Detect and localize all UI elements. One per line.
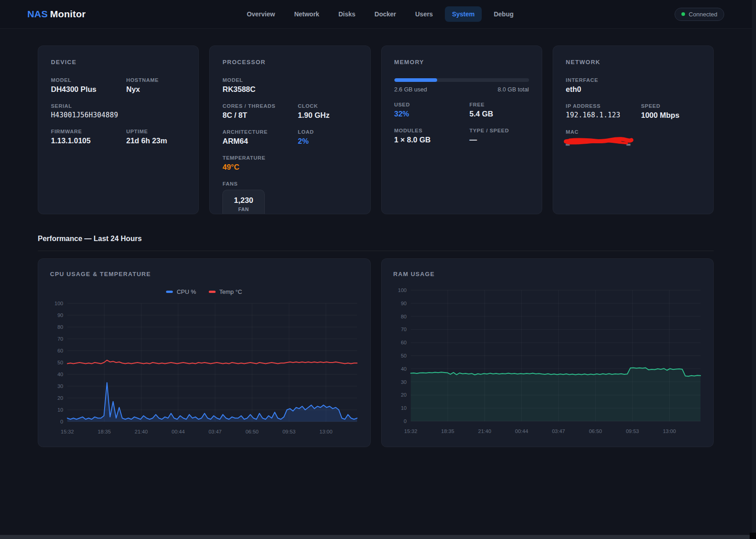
nav-item-disks[interactable]: Disks: [331, 6, 363, 22]
field-label: IP ADDRESS: [566, 103, 635, 109]
field-interface: INTERFACEeth0: [566, 77, 701, 94]
field-hostname: HOSTNAMENyx: [126, 77, 186, 94]
svg-text:09:53: 09:53: [282, 429, 296, 434]
field-label: TEMPERATURE: [222, 155, 357, 161]
nav-item-docker[interactable]: Docker: [367, 6, 403, 22]
field-value: 5.4 GB: [469, 110, 529, 118]
field-value: 1 × 8.0 GB: [394, 136, 464, 144]
network-card-title: NETWORK: [566, 59, 701, 65]
field-label: USED: [394, 102, 464, 107]
ram-chart: 010203040506070809010015:3218:3521:4000:…: [393, 284, 702, 438]
ram-chart-svg: 010203040506070809010015:3218:3521:4000:…: [393, 284, 702, 437]
performance-heading: Performance — Last 24 Hours: [38, 235, 714, 243]
field-ip-address: IP ADDRESS192.168.1.123: [566, 103, 635, 120]
field-value: 2%: [298, 137, 358, 146]
field-mac: MAC▂▂: [566, 129, 701, 146]
field-temperature: TEMPERATURE49°C: [222, 155, 357, 171]
field-free: FREE5.4 GB: [469, 102, 529, 118]
svg-text:18:35: 18:35: [98, 429, 111, 434]
app-logo: NASMonitor: [27, 9, 86, 20]
cpu-chart-title: CPU USAGE & TEMPERATURE: [50, 271, 358, 277]
nav-item-network[interactable]: Network: [287, 6, 327, 22]
svg-text:40: 40: [57, 372, 63, 377]
field-value: eth0: [566, 85, 701, 94]
field-value: 1.13.1.0105: [51, 136, 121, 145]
svg-text:30: 30: [401, 379, 407, 385]
svg-text:30: 30: [57, 383, 63, 389]
nav-item-system[interactable]: System: [445, 6, 482, 22]
field-fans: FANS1,230FAN: [222, 181, 357, 214]
field-value: 192.168.1.123: [566, 111, 635, 119]
field-label: MAC: [566, 129, 701, 135]
svg-text:13:00: 13:00: [663, 428, 676, 434]
field-value: 8C / 8T: [222, 111, 292, 120]
field-firmware: FIRMWARE1.13.1.0105: [51, 129, 121, 145]
card-memory: MEMORY2.6 GB used8.0 GB totalUSED32%FREE…: [381, 45, 542, 214]
field-label: INTERFACE: [566, 77, 701, 83]
field-label: CLOCK: [298, 103, 358, 109]
card-network: NETWORKINTERFACEeth0IP ADDRESS192.168.1.…: [553, 45, 714, 214]
main-nav: OverviewNetworkDisksDockerUsersSystemDeb…: [86, 6, 675, 22]
svg-text:13:00: 13:00: [319, 429, 333, 434]
svg-text:21:40: 21:40: [135, 429, 148, 434]
field-label: HOSTNAME: [126, 77, 186, 83]
nav-item-users[interactable]: Users: [408, 6, 440, 22]
svg-text:10: 10: [57, 407, 63, 413]
field-label: UPTIME: [126, 129, 186, 134]
svg-text:80: 80: [401, 314, 407, 319]
svg-text:03:47: 03:47: [208, 429, 222, 434]
status-dot-icon: [681, 12, 685, 16]
main-content: DEVICEMODELDH4300 PlusHOSTNAMENyxSERIALH…: [0, 29, 756, 447]
svg-text:00:44: 00:44: [171, 429, 185, 434]
scrollbar-corner: [750, 533, 756, 539]
svg-text:10: 10: [401, 405, 407, 411]
fan-caption: FAN: [234, 207, 253, 212]
svg-text:15:32: 15:32: [404, 428, 417, 434]
svg-text:40: 40: [401, 366, 407, 372]
svg-text:80: 80: [57, 324, 63, 330]
field-label: MODULES: [394, 128, 464, 133]
field-label: LOAD: [298, 129, 358, 135]
field-modules: MODULES1 × 8.0 GB: [394, 128, 464, 144]
field-used: USED32%: [394, 102, 464, 118]
nav-item-overview[interactable]: Overview: [239, 6, 282, 22]
cpu-chart: 010203040506070809010015:3218:3521:4000:…: [50, 297, 358, 439]
field-value: ARM64: [222, 137, 292, 146]
device-card-title: DEVICE: [51, 59, 186, 65]
card-device: DEVICEMODELDH4300 PlusHOSTNAMENyxSERIALH…: [38, 45, 199, 214]
svg-text:50: 50: [401, 353, 407, 358]
network-fields: INTERFACEeth0IP ADDRESS192.168.1.123SPEE…: [566, 77, 701, 156]
svg-text:18:35: 18:35: [441, 428, 454, 434]
brand-primary: NAS: [27, 9, 48, 19]
legend-swatch-icon: [209, 291, 216, 293]
legend-item-cpu-: CPU %: [166, 288, 196, 295]
memory-used-caption: 2.6 GB used: [394, 86, 427, 93]
svg-text:90: 90: [401, 301, 407, 306]
header: NASMonitor OverviewNetworkDisksDockerUse…: [0, 0, 756, 29]
svg-text:00:44: 00:44: [515, 428, 528, 434]
field-value: 21d 6h 23m: [126, 136, 186, 145]
field-label: FANS: [222, 181, 357, 186]
memory-card-title: MEMORY: [394, 59, 529, 65]
vertical-scrollbar-track[interactable]: [752, 0, 756, 539]
brand-secondary: Monitor: [50, 9, 86, 19]
legend-label: CPU %: [176, 288, 196, 295]
field-label: SPEED: [641, 103, 701, 109]
nav-item-debug[interactable]: Debug: [486, 6, 521, 22]
memory-total-caption: 8.0 GB total: [498, 86, 529, 93]
card-processor: PROCESSORMODELRK3588CCORES / THREADS8C /…: [209, 45, 370, 214]
legend-label: Temp °C: [219, 288, 242, 295]
ram-chart-card: RAM USAGE 010203040506070809010015:3218:…: [381, 258, 714, 447]
cpu-chart-legend: CPU %Temp °C: [50, 288, 358, 295]
field-value: 32%: [394, 110, 464, 118]
field-value: Nyx: [126, 85, 186, 94]
device-fields: MODELDH4300 PlusHOSTNAMENyxSERIALH43001J…: [51, 77, 186, 155]
charts-row: CPU USAGE & TEMPERATURE CPU %Temp °C 010…: [38, 258, 714, 447]
connection-status-badge: Connected: [675, 8, 724, 21]
svg-text:06:50: 06:50: [589, 428, 602, 434]
field-model: MODELDH4300 Plus: [51, 77, 121, 94]
memory-usage-meter: 2.6 GB used8.0 GB total: [394, 78, 529, 93]
field-value: H43001J56H304889: [51, 111, 186, 119]
horizontal-scrollbar-track[interactable]: [0, 535, 750, 539]
field-value: RK3588C: [222, 85, 357, 94]
